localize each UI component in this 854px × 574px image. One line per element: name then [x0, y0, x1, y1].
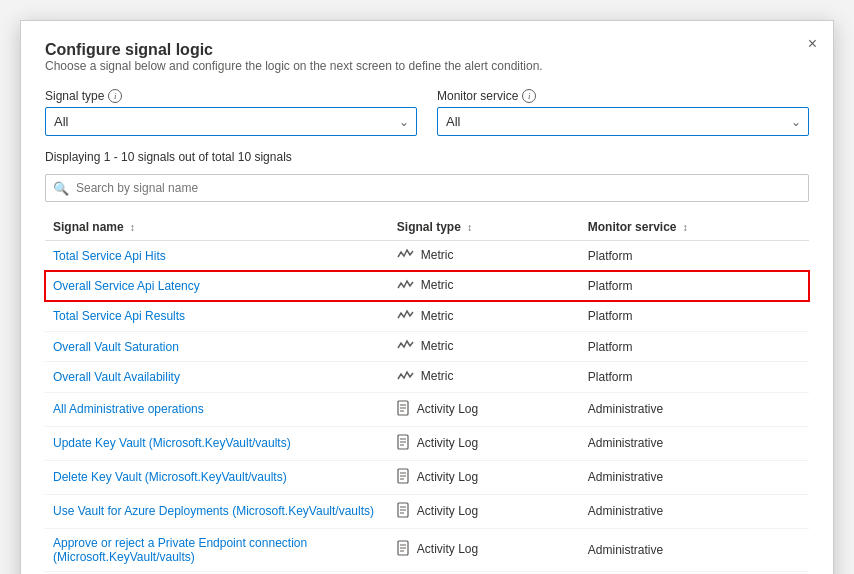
monitor-service-cell: Administrative	[580, 392, 809, 426]
th-signal-name: Signal name ↕	[45, 214, 389, 241]
signal-type-text: Activity Log	[417, 542, 478, 556]
metric-icon	[397, 279, 415, 294]
signal-type-cell: Metric	[389, 331, 580, 361]
th-monitor-service: Monitor service ↕	[580, 214, 809, 241]
monitor-service-cell: Platform	[580, 241, 809, 271]
signal-type-text: Metric	[421, 309, 454, 323]
signal-name-link[interactable]: Overall Vault Availability	[53, 370, 180, 384]
signal-type-cell: Activity Log	[389, 494, 580, 528]
signal-type-cell: Activity Log	[389, 392, 580, 426]
signal-type-cell: Activity Log	[389, 460, 580, 494]
metric-icon	[397, 248, 415, 263]
th-signal-type: Signal type ↕	[389, 214, 580, 241]
signal-type-text: Metric	[421, 369, 454, 383]
table-row[interactable]: Use Vault for Azure Deployments (Microso…	[45, 494, 809, 528]
activity-log-icon	[397, 502, 411, 521]
activity-log-icon	[397, 468, 411, 487]
monitor-service-info-icon[interactable]: i	[522, 89, 536, 103]
display-count: Displaying 1 - 10 signals out of total 1…	[45, 150, 809, 164]
dialog-subtitle: Choose a signal below and configure the …	[45, 59, 809, 73]
signal-type-text: Metric	[421, 339, 454, 353]
signal-type-text: Metric	[421, 278, 454, 292]
signal-name-link[interactable]: Use Vault for Azure Deployments (Microso…	[53, 504, 374, 518]
signal-type-select-wrapper: All Metric Activity Log ⌄	[45, 107, 417, 136]
table-header: Signal name ↕ Signal type ↕ Monitor serv…	[45, 214, 809, 241]
activity-log-icon	[397, 540, 411, 559]
form-row: Signal type i All Metric Activity Log ⌄ …	[45, 89, 809, 136]
signal-name-link[interactable]: Delete Key Vault (Microsoft.KeyVault/vau…	[53, 470, 287, 484]
signal-name-link[interactable]: Overall Vault Saturation	[53, 340, 179, 354]
monitor-service-cell: Administrative	[580, 528, 809, 571]
table-row[interactable]: Delete Key Vault (Microsoft.KeyVault/vau…	[45, 460, 809, 494]
search-wrapper: 🔍	[45, 174, 809, 202]
monitor-service-select[interactable]: All Platform Administrative	[437, 107, 809, 136]
signal-name-link[interactable]: Total Service Api Results	[53, 309, 185, 323]
monitor-service-cell: Platform	[580, 331, 809, 361]
signal-name-link[interactable]: Total Service Api Hits	[53, 249, 166, 263]
close-button[interactable]: ×	[808, 35, 817, 53]
table-row[interactable]: Total Service Api Results MetricPlatform	[45, 301, 809, 331]
signal-type-text: Activity Log	[417, 503, 478, 517]
signal-type-sort-icon[interactable]: ↕	[467, 222, 472, 233]
metric-icon	[397, 370, 415, 385]
monitor-service-cell: Platform	[580, 301, 809, 331]
table-row[interactable]: Approve or reject a Private Endpoint con…	[45, 528, 809, 571]
signal-type-text: Activity Log	[417, 469, 478, 483]
signal-type-group: Signal type i All Metric Activity Log ⌄	[45, 89, 417, 136]
table-row[interactable]: All Administrative operations Activity L…	[45, 392, 809, 426]
table-body: Total Service Api Hits MetricPlatformOve…	[45, 241, 809, 572]
signal-type-cell: Metric	[389, 301, 580, 331]
monitor-service-cell: Administrative	[580, 426, 809, 460]
signal-type-cell: Metric	[389, 241, 580, 271]
metric-icon	[397, 339, 415, 354]
configure-signal-dialog: Configure signal logic × Choose a signal…	[20, 20, 834, 574]
search-input[interactable]	[45, 174, 809, 202]
table-row[interactable]: Total Service Api Hits MetricPlatform	[45, 241, 809, 271]
table-row[interactable]: Overall Vault Saturation MetricPlatform	[45, 331, 809, 361]
signal-type-cell: Activity Log	[389, 528, 580, 571]
search-icon: 🔍	[53, 181, 69, 196]
monitor-service-cell: Platform	[580, 362, 809, 392]
signal-type-text: Activity Log	[417, 401, 478, 415]
signal-name-link[interactable]: Approve or reject a Private Endpoint con…	[53, 536, 307, 564]
activity-log-icon	[397, 434, 411, 453]
signal-name-link[interactable]: Update Key Vault (Microsoft.KeyVault/vau…	[53, 436, 291, 450]
signal-type-info-icon[interactable]: i	[108, 89, 122, 103]
monitor-service-sort-icon[interactable]: ↕	[683, 222, 688, 233]
signal-type-text: Activity Log	[417, 435, 478, 449]
signal-name-link[interactable]: Overall Service Api Latency	[53, 279, 200, 293]
table-row[interactable]: Update Key Vault (Microsoft.KeyVault/vau…	[45, 426, 809, 460]
monitor-service-group: Monitor service i All Platform Administr…	[437, 89, 809, 136]
monitor-service-cell: Platform	[580, 271, 809, 301]
table-row[interactable]: Overall Service Api Latency MetricPlatfo…	[45, 271, 809, 301]
monitor-service-select-wrapper: All Platform Administrative ⌄	[437, 107, 809, 136]
signal-name-sort-icon[interactable]: ↕	[130, 222, 135, 233]
metric-icon	[397, 309, 415, 324]
table-row[interactable]: Overall Vault Availability MetricPlatfor…	[45, 362, 809, 392]
activity-log-icon	[397, 400, 411, 419]
signal-type-cell: Activity Log	[389, 426, 580, 460]
monitor-service-cell: Administrative	[580, 460, 809, 494]
monitor-service-label: Monitor service i	[437, 89, 809, 103]
signal-type-text: Metric	[421, 248, 454, 262]
signal-type-label: Signal type i	[45, 89, 417, 103]
signal-type-cell: Metric	[389, 271, 580, 301]
dialog-title: Configure signal logic	[45, 41, 213, 58]
signals-table: Signal name ↕ Signal type ↕ Monitor serv…	[45, 214, 809, 572]
signal-name-link[interactable]: All Administrative operations	[53, 402, 204, 416]
signal-type-cell: Metric	[389, 362, 580, 392]
signal-type-select[interactable]: All Metric Activity Log	[45, 107, 417, 136]
monitor-service-cell: Administrative	[580, 494, 809, 528]
